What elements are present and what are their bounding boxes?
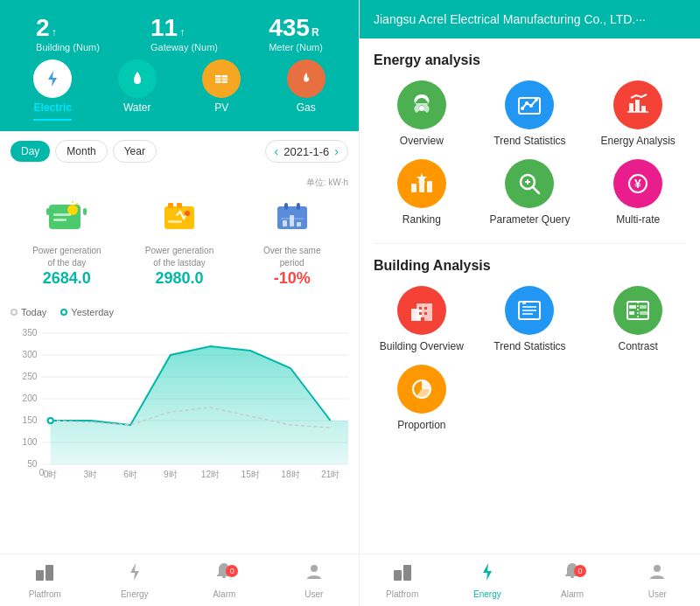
proportion-label: Proportion [397,419,445,431]
svg-point-66 [535,98,538,101]
svg-rect-80 [419,307,422,310]
svg-marker-58 [130,563,139,581]
svg-text:3时: 3时 [84,470,98,479]
electric-icon [33,59,72,98]
yesterday-legend-label: Yesterday [71,307,114,317]
svg-rect-97 [394,570,402,581]
svg-rect-27 [283,220,287,226]
svg-rect-68 [411,184,416,192]
right-panel: Jiangsu Acrel Electrical Manufacturing C… [359,0,700,606]
category-water[interactable]: Water [118,59,157,121]
right-footer-energy-label: Energy [473,589,501,599]
meter-number: 435 [269,14,310,42]
menu-item-contrast[interactable]: Contrast [590,286,686,352]
svg-text:200: 200 [23,394,38,403]
building-number: 2 [36,14,50,42]
right-footer-alarm[interactable]: 0 Alarm [530,561,615,599]
right-footer-user-label: User [648,589,667,599]
lastday-generation-card: Power generationof the lastday 2980.0 [123,196,236,288]
gas-icon [287,59,326,98]
svg-rect-16 [53,213,71,216]
today-gen-label: Power generationof the day [10,245,123,269]
menu-item-trend-statistics[interactable]: Trend Statistics [482,80,578,147]
menu-item-building-overview[interactable]: Building Overview [374,286,470,352]
prev-date-button[interactable]: ‹ [275,144,279,158]
menu-item-overview[interactable]: Overview [374,80,470,147]
left-footer-user[interactable]: User [270,561,360,599]
right-content: Energy analysis Overview Trend Statistic… [360,38,700,554]
svg-rect-100 [570,576,574,578]
svg-text:12时: 12时 [201,470,220,479]
svg-point-101 [654,565,661,572]
energy-analysis-circle [613,80,662,129]
company-name: Jiangsu Acrel Electrical Manufacturing C… [374,12,646,26]
trend-statistics-circle [505,80,554,129]
year-button[interactable]: Year [113,140,157,163]
svg-text:9时: 9时 [164,470,178,479]
lastday-gen-label: Power generationof the lastday [123,245,236,269]
left-footer-platform[interactable]: Platfrom [0,561,90,599]
right-user-icon [647,561,668,588]
right-footer-user[interactable]: User [615,561,700,599]
svg-text:50: 50 [27,459,38,469]
current-date: 2021-1-6 [284,145,329,158]
menu-item-parameter-query[interactable]: Parameter Query [482,159,578,226]
menu-item-energy-analysis[interactable]: Energy Analysis [590,80,686,147]
svg-line-15 [76,203,78,205]
svg-rect-92 [629,305,636,309]
energy-icon [124,561,145,588]
svg-rect-84 [421,317,424,321]
meter-unit: R [312,26,319,38]
building-label: Building (Num) [36,42,100,52]
parameter-query-circle [505,159,554,208]
ranking-circle [397,159,446,208]
gas-label: Gas [297,101,316,114]
next-date-button[interactable]: › [334,144,339,158]
left-footer-alarm[interactable]: 0 Alarm [179,561,270,599]
meter-label: Meter (Num) [269,42,323,52]
month-button[interactable]: Month [55,140,107,163]
stats-row: 2 ↑ Building (Num) 11 ↑ Gateway (Num) 43… [10,14,348,52]
building-trend-label: Trend Statistics [494,340,565,352]
category-row: Electric Water PV Gas [10,59,348,121]
overview-label: Overview [400,135,444,147]
svg-rect-82 [419,312,422,315]
chart-svg: 350 300 250 200 150 100 50 0 0时 3时 6时 9时… [10,324,348,482]
svg-rect-20 [177,203,182,208]
active-underline [33,119,72,121]
building-trend-circle [505,286,554,335]
right-footer-platform[interactable]: Platfrom [360,561,444,599]
pv-label: PV [214,101,228,114]
multi-rate-circle: ¥ [613,159,662,208]
parameter-query-label: Parameter Query [489,213,570,226]
svg-rect-11 [46,208,50,215]
same-period-card: Over the sameperiod -10% [235,196,348,288]
svg-text:15时: 15时 [242,470,260,479]
today-legend-label: Today [21,307,46,317]
svg-rect-81 [424,307,427,310]
svg-text:300: 300 [23,350,38,359]
category-electric[interactable]: Electric [33,59,72,121]
svg-rect-57 [46,565,53,581]
svg-rect-18 [164,206,194,229]
category-pv[interactable]: PV [202,59,241,121]
user-icon [304,561,325,588]
menu-item-ranking[interactable]: Ranking [374,159,470,226]
day-button[interactable]: Day [10,141,50,162]
proportion-circle [397,365,446,414]
today-legend-dot [10,309,18,316]
menu-item-proportion[interactable]: Proportion [374,365,470,431]
svg-text:250: 250 [23,372,38,381]
svg-text:150: 150 [23,415,38,425]
category-gas[interactable]: Gas [287,59,326,121]
svg-marker-53 [51,346,348,464]
yesterday-legend: Yesterday [60,307,114,317]
left-footer-energy[interactable]: Energy [90,561,180,599]
right-footer-energy[interactable]: Energy [444,561,529,599]
gateway-label: Gateway (Num) [150,42,218,52]
left-footer: Platfrom Energy 0 Alarm User [0,554,359,606]
pv-icon [202,59,241,98]
cards-row: Power generationof the day 2684.0 Power … [10,189,348,298]
menu-item-multi-rate[interactable]: ¥ Multi-rate [590,159,686,226]
menu-item-building-trend[interactable]: Trend Statistics [482,286,578,352]
